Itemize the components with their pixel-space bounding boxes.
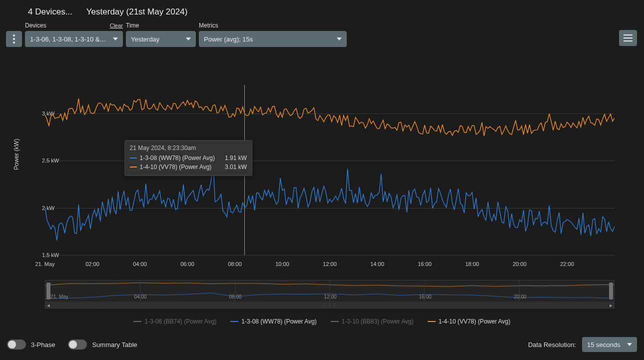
devices-filter-label: Devices <box>25 22 46 29</box>
toggle-3phase[interactable]: 3-Phase <box>7 340 55 350</box>
x-tick: 12:00 <box>323 261 337 267</box>
resolution-label: Data Resolution: <box>528 341 576 348</box>
scroll-left-icon[interactable]: ◄ <box>45 303 51 308</box>
x-tick: 16:00 <box>418 261 432 267</box>
toggle-summary-table[interactable]: Summary Table <box>68 340 137 350</box>
chart-area[interactable]: 1.5 kW2 kW2.5 kW3 kW 21. May02:0004:0006… <box>30 85 615 265</box>
scroll-right-icon[interactable]: ► <box>608 303 614 308</box>
x-tick: 20:00 <box>513 261 527 267</box>
time-filter-label: Time <box>126 22 139 29</box>
x-tick: 14:00 <box>370 261 384 267</box>
navigator-scrollbar[interactable]: ◄ ⋮⋮⋮ ► <box>45 302 615 308</box>
chart-tooltip: 21 May 2024, 8:23:30am 1-3-08 (WW78) (Po… <box>124 140 253 176</box>
x-tick: 08:00 <box>228 261 242 267</box>
chevron-down-icon <box>627 343 632 346</box>
more-actions-button[interactable] <box>6 31 22 47</box>
tooltip-time: 21 May 2024, 8:23:30am <box>130 144 247 152</box>
chevron-down-icon <box>113 38 118 40</box>
devices-dropdown[interactable]: 1-3-06, 1-3-08, 1-3-10 & 1-… <box>25 31 123 47</box>
metrics-dropdown[interactable]: Power (avg); 15s <box>199 31 347 47</box>
resolution-dropdown[interactable]: 15 seconds <box>582 337 637 352</box>
legend-item[interactable]: 1-3-06 (BB74) (Power Avg) <box>133 318 216 325</box>
time-dropdown[interactable]: Yesterday <box>126 31 196 47</box>
chevron-down-icon <box>337 38 342 40</box>
metrics-filter-label: Metrics <box>199 22 218 29</box>
x-tick: 10:00 <box>275 261 289 267</box>
navigator-handle-right[interactable] <box>609 282 613 300</box>
chart-menu-button[interactable] <box>619 30 637 46</box>
date-title: Yesterday (21st May 2024) <box>86 7 188 17</box>
x-tick: 21. May <box>35 261 54 267</box>
x-tick: 06:00 <box>180 261 194 267</box>
x-tick: 22:00 <box>560 261 574 267</box>
navigator-handle-left[interactable] <box>46 282 50 300</box>
y-axis-title: Power (kW) <box>13 138 20 170</box>
x-tick: 02:00 <box>85 261 99 267</box>
chevron-down-icon <box>186 38 191 40</box>
chart-navigator[interactable]: 21. May04:0008:0012:0016:0020:00 <box>45 280 615 302</box>
legend-item[interactable]: 1-3-10 (BB83) (Power Avg) <box>331 318 414 325</box>
chart-legend: 1-3-06 (BB74) (Power Avg)1-3-08 (WW78) (… <box>0 318 644 325</box>
x-tick: 18:00 <box>465 261 479 267</box>
x-tick: 04:00 <box>133 261 147 267</box>
devices-clear-link[interactable]: Clear <box>110 22 123 28</box>
legend-item[interactable]: 1-4-10 (VV78) (Power Avg) <box>428 318 511 325</box>
device-count-title: 4 Devices... <box>28 7 72 17</box>
legend-item[interactable]: 1-3-08 (WW78) (Power Avg) <box>230 318 317 325</box>
